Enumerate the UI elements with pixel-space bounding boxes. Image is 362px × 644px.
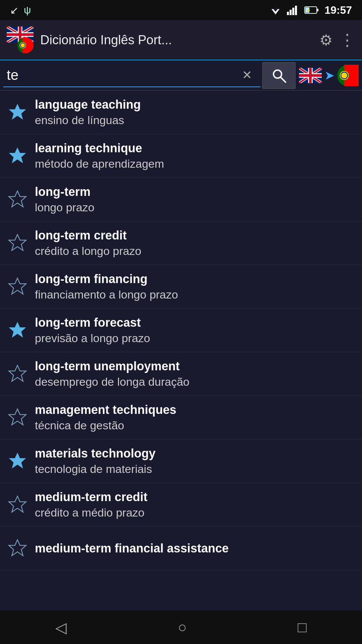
word-portuguese: técnica de gestão — [35, 419, 176, 432]
search-input-container: te ✕ — [3, 64, 260, 87]
svg-rect-4 — [290, 10, 292, 15]
svg-marker-31 — [9, 452, 26, 468]
more-options-button[interactable]: ⋮ — [339, 31, 355, 49]
svg-rect-8 — [317, 9, 318, 11]
word-portuguese: previsão a longo prazo — [35, 332, 150, 345]
word-portuguese: crédito a médio prazo — [35, 506, 147, 519]
word-portuguese: longo prazo — [35, 201, 95, 214]
pt-flag-small-icon — [17, 37, 34, 53]
svg-marker-25 — [9, 191, 26, 207]
svg-marker-30 — [9, 409, 26, 425]
word-english: long-term forecast — [35, 316, 150, 330]
svg-marker-26 — [9, 234, 26, 250]
word-english: language teaching — [35, 98, 141, 112]
star-empty-icon[interactable] — [7, 363, 28, 385]
word-content: medium-term financial assistance — [35, 541, 229, 555]
word-portuguese: ensino de línguas — [35, 114, 141, 127]
signal-icon — [287, 5, 299, 15]
word-portuguese: método de aprendizagem — [35, 157, 164, 170]
svg-marker-32 — [9, 496, 26, 512]
word-english: long-term credit — [35, 228, 141, 243]
list-item[interactable]: materials technologytecnologia de materi… — [0, 439, 362, 483]
uk-flag-icon — [299, 68, 322, 83]
star-empty-icon[interactable] — [7, 232, 28, 254]
svg-rect-6 — [295, 6, 297, 15]
word-content: medium-term creditcrédito a médio prazo — [35, 490, 147, 519]
word-english: materials technology — [35, 446, 156, 461]
settings-button[interactable]: ⚙ — [319, 32, 333, 49]
svg-line-17 — [281, 77, 286, 82]
recent-apps-button[interactable]: □ — [288, 615, 317, 639]
word-content: learning techniquemétodo de aprendizagem — [35, 141, 164, 170]
android-icon: ψ — [24, 4, 31, 16]
word-content: language teachingensino de línguas — [35, 98, 141, 127]
svg-rect-5 — [292, 8, 294, 15]
app-bar: Dicionário Inglês Port... ⚙ ⋮ — [0, 20, 362, 60]
star-empty-icon[interactable] — [7, 276, 28, 298]
search-input[interactable]: te — [7, 67, 237, 83]
time-display: 19:57 — [324, 4, 352, 16]
list-item[interactable]: long-term unemploymentdesemprego de long… — [0, 352, 362, 396]
list-item[interactable]: medium-term creditcrédito a médio prazo — [0, 483, 362, 527]
status-bar: ↙ ψ ⚡ 19:57 — [0, 0, 362, 20]
home-button[interactable]: ○ — [168, 615, 197, 639]
word-portuguese: crédito a longo prazo — [35, 245, 141, 258]
star-filled-icon[interactable] — [7, 450, 28, 472]
svg-text:⚡: ⚡ — [306, 8, 311, 13]
word-english: long-term — [35, 185, 95, 199]
star-filled-icon[interactable] — [7, 320, 28, 341]
svg-marker-29 — [9, 365, 26, 381]
word-english: long-term financing — [35, 272, 178, 286]
list-item[interactable]: long-termlongo prazo — [0, 178, 362, 221]
word-english: learning technique — [35, 141, 164, 155]
language-selector[interactable]: ➤ — [299, 65, 359, 86]
wifi-icon — [269, 5, 282, 15]
word-content: management techniquestécnica de gestão — [35, 403, 176, 432]
svg-rect-3 — [287, 12, 289, 15]
star-filled-icon[interactable] — [7, 145, 28, 167]
search-button[interactable] — [262, 62, 296, 89]
back-button[interactable]: ◁ — [45, 615, 77, 639]
word-content: materials technologytecnologia de materi… — [35, 446, 156, 476]
star-filled-icon[interactable] — [7, 102, 28, 123]
star-empty-icon[interactable] — [7, 538, 28, 559]
svg-marker-28 — [9, 322, 26, 337]
word-english: management techniques — [35, 403, 176, 417]
battery-icon: ⚡ — [304, 6, 319, 14]
word-english: long-term unemployment — [35, 359, 189, 373]
pt-flag-icon — [337, 65, 359, 86]
svg-point-16 — [274, 70, 282, 78]
word-content: long-term financingfinanciamento a longo… — [35, 272, 178, 301]
word-english: medium-term credit — [35, 490, 147, 504]
word-portuguese: desemprego de longa duração — [35, 375, 189, 388]
svg-marker-23 — [9, 104, 26, 119]
list-item[interactable]: medium-term financial assistance — [0, 527, 362, 570]
list-item[interactable]: language teachingensino de línguas — [0, 91, 362, 134]
word-portuguese: tecnologia de materiais — [35, 463, 156, 476]
svg-marker-27 — [9, 278, 26, 294]
clear-button[interactable]: ✕ — [237, 68, 257, 82]
word-content: long-term forecastprevisão a longo prazo — [35, 316, 150, 345]
lang-arrow-icon: ➤ — [324, 68, 335, 83]
status-left-icons: ↙ ψ — [10, 4, 31, 16]
app-icon — [7, 26, 34, 53]
star-empty-icon[interactable] — [7, 189, 28, 210]
word-english: medium-term financial assistance — [35, 541, 229, 555]
search-bar: te ✕ ➤ — [0, 60, 362, 91]
search-icon — [271, 67, 287, 84]
list-item[interactable]: long-term forecastprevisão a longo prazo — [0, 309, 362, 352]
nav-bar: ◁ ○ □ — [0, 610, 362, 644]
diagonal-arrow-icon: ↙ — [10, 4, 18, 16]
word-list: language teachingensino de línguas learn… — [0, 91, 362, 570]
app-title: Dicionário Inglês Port... — [40, 33, 319, 47]
list-item[interactable]: long-term financingfinanciamento a longo… — [0, 265, 362, 309]
list-item[interactable]: long-term creditcrédito a longo prazo — [0, 221, 362, 265]
list-item[interactable]: management techniquestécnica de gestão — [0, 396, 362, 439]
word-content: long-term creditcrédito a longo prazo — [35, 228, 141, 258]
word-content: long-termlongo prazo — [35, 185, 95, 214]
star-empty-icon[interactable] — [7, 494, 28, 516]
list-item[interactable]: learning techniquemétodo de aprendizagem — [0, 134, 362, 178]
word-portuguese: financiamento a longo prazo — [35, 288, 178, 301]
star-empty-icon[interactable] — [7, 407, 28, 428]
svg-marker-24 — [9, 147, 26, 163]
